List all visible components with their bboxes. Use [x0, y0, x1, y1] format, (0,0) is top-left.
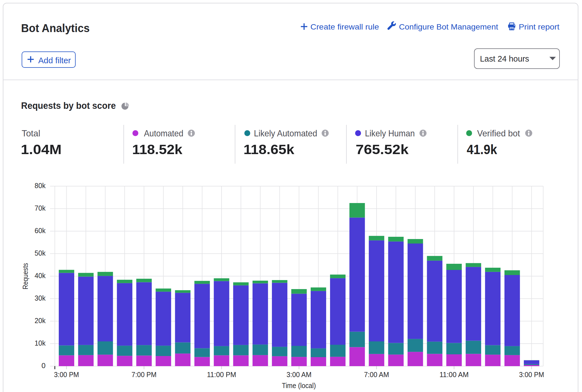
svg-text:Time (local): Time (local): [282, 381, 316, 390]
svg-text:70k: 70k: [35, 204, 46, 212]
svg-text:0: 0: [42, 361, 46, 370]
svg-text:Requests: Requests: [21, 263, 30, 289]
svg-text:11:00 PM: 11:00 PM: [207, 371, 236, 379]
svg-text:60k: 60k: [35, 226, 46, 235]
svg-text:10k: 10k: [35, 339, 46, 347]
svg-text:11:00 AM: 11:00 AM: [439, 371, 469, 379]
svg-text:30k: 30k: [35, 294, 46, 302]
svg-text:3:00 AM: 3:00 AM: [287, 371, 312, 379]
svg-text:20k: 20k: [35, 316, 46, 325]
svg-text:40k: 40k: [35, 271, 46, 280]
svg-text:3:00 PM: 3:00 PM: [519, 371, 544, 379]
svg-text:80k: 80k: [35, 181, 46, 190]
svg-text:50k: 50k: [35, 249, 46, 257]
svg-text:7:00 PM: 7:00 PM: [132, 371, 157, 379]
svg-text:3:00 PM: 3:00 PM: [54, 371, 79, 379]
svg-text:7:00 AM: 7:00 AM: [364, 371, 389, 379]
